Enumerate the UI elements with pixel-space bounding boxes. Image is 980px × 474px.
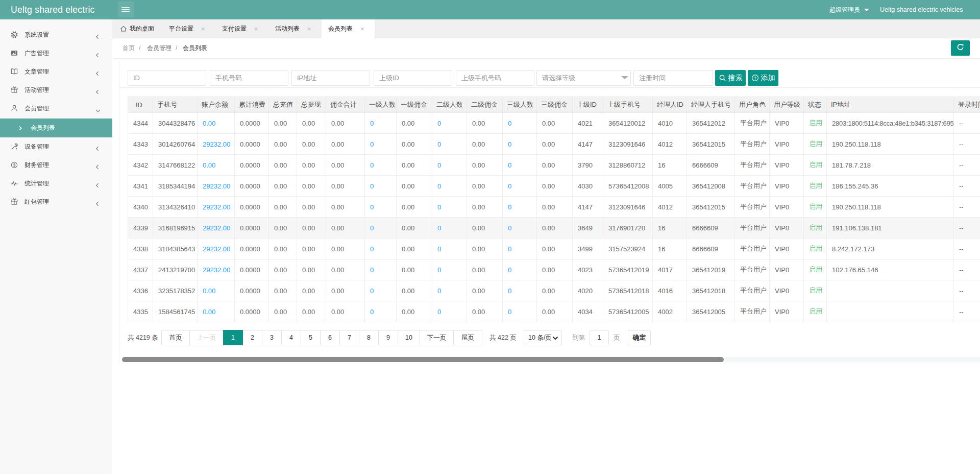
svg-text:$: $: [13, 162, 16, 168]
